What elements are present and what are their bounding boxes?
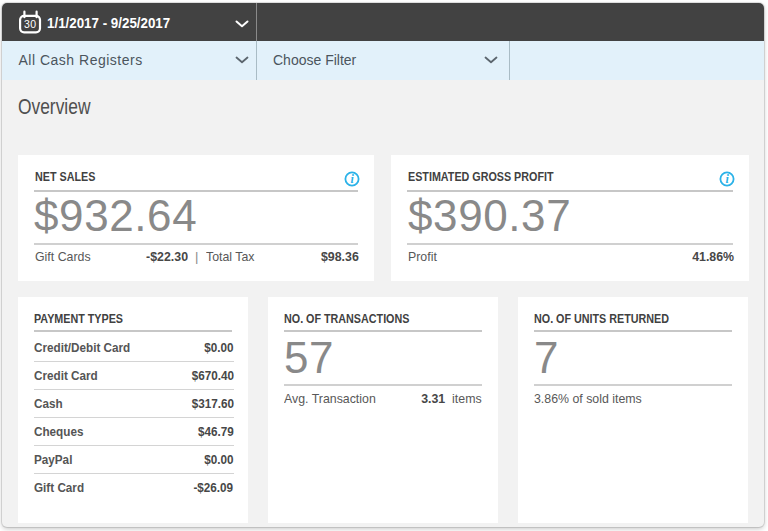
svg-text:i: i — [351, 172, 355, 186]
svg-text:30: 30 — [24, 18, 37, 30]
svg-text:i: i — [726, 172, 730, 186]
